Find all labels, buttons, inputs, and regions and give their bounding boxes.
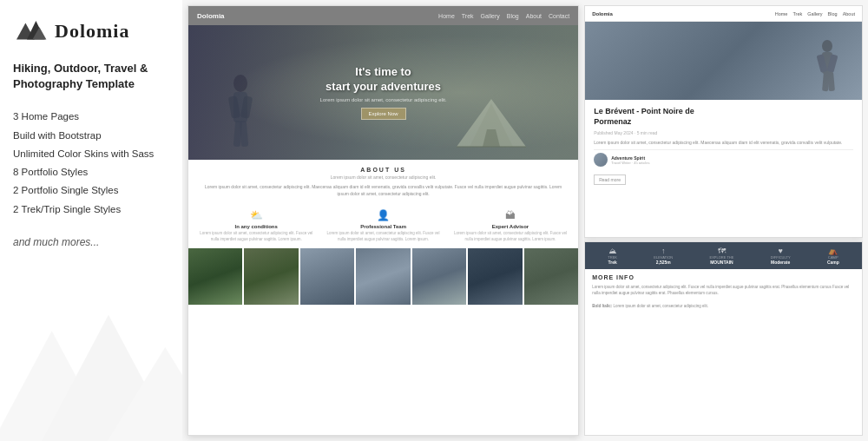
trek-stat-value-4: Camp	[827, 260, 839, 265]
trek-stats-bar: ⛰ TREK Trek ↑ ELEVATION 2,525m 🗺 EXPLORE…	[585, 242, 862, 269]
and-more: and much mores...	[13, 236, 169, 248]
feature-title-0: In any conditions	[197, 224, 315, 229]
nav-link-contact[interactable]: Contact	[549, 13, 569, 19]
list-item: 2 Portfolio Single Styles	[13, 181, 169, 200]
feature-desc-2: Lorem ipsum dolor sit amet, consectetur …	[451, 231, 569, 243]
list-item: 8 Portfolio Styles	[13, 163, 169, 181]
feature-icon-2: 🏔	[451, 209, 569, 221]
feature-icon-0: ⛅	[197, 209, 315, 221]
article-title: Le Brévent - Point Noire de Pormenaz	[594, 107, 853, 127]
read-more-button[interactable]: Read more	[594, 174, 626, 185]
more-info-title: MORE INFO	[592, 274, 855, 280]
author-meta: Travel Writer · 45 articles	[611, 161, 649, 165]
nav-link-trek[interactable]: Trek	[462, 13, 474, 19]
gallery-thumb-2[interactable]	[300, 248, 354, 305]
nav-link-blog[interactable]: Blog	[507, 13, 519, 19]
side-nav-home[interactable]: Home	[775, 11, 788, 16]
article-meta: Published May 2024 · 5 min read	[594, 130, 853, 135]
preview-nav: Dolomia Home Trek Gallery Blog About Con…	[188, 6, 578, 25]
feature-title-2: Expert Advisor	[451, 224, 569, 229]
side-nav-blog[interactable]: Blog	[828, 11, 838, 16]
author-name: Adventure Spirit	[611, 155, 649, 161]
tagline-text: Hiking, Outdoor, Travel & Photography Te…	[13, 62, 148, 90]
features-list: 3 Home Pages Build with Bootstrap Unlimi…	[13, 108, 169, 219]
list-item: 2 Trek/Trip Single Styles	[13, 201, 169, 219]
svg-marker-0	[0, 331, 116, 441]
side-nav-trek[interactable]: Trek	[792, 11, 802, 16]
feature-card-1: 👤 Professional Team Lorem ipsum dolor si…	[324, 209, 442, 243]
more-info-text: Lorem ipsum dolor sit amet, consectetur …	[592, 284, 855, 309]
more-info-body: Lorem ipsum dolor sit amet, consectetur …	[592, 285, 849, 295]
trek-stat-3: ♥ DIFFICULTY Moderate	[771, 247, 791, 265]
gallery-thumb-0[interactable]	[188, 248, 242, 305]
about-section: ABOUT US Lorem ipsum dolor sit amet, con…	[188, 160, 578, 204]
tent-silhouette	[457, 99, 526, 151]
svg-rect-12	[240, 121, 249, 148]
svg-point-7	[233, 75, 247, 92]
preview-nav-logo: Dolomia	[197, 12, 225, 20]
side-nav-logo: Dolomia	[592, 11, 613, 16]
gallery-thumb-3[interactable]	[356, 248, 410, 305]
feature-icon-1: 👤	[324, 209, 442, 221]
side-nav-links: Home Trek Gallery Blog About	[775, 11, 855, 16]
hero-subtitle: Lorem ipsum dolor sit amet, consectetur …	[320, 97, 447, 102]
left-content: Dolomia Hiking, Outdoor, Travel & Photog…	[13, 17, 169, 248]
trek-icon-2: 🗺	[709, 247, 733, 255]
left-panel: Dolomia Hiking, Outdoor, Travel & Photog…	[0, 0, 182, 441]
right-area: Dolomia Home Trek Gallery Blog About Con…	[182, 0, 868, 441]
trek-icon-3: ♥	[771, 247, 791, 255]
gallery-strip	[188, 248, 578, 305]
logo-area: Dolomia	[13, 17, 169, 45]
about-title: ABOUT US	[201, 167, 565, 173]
svg-rect-22	[827, 72, 835, 92]
feature-card-0: ⛅ In any conditions Lorem ipsum dolor si…	[197, 209, 315, 243]
trek-stat-value-2: MOUNTAIN	[709, 260, 733, 265]
side-nav-about[interactable]: About	[843, 11, 855, 16]
brand-name: Dolomia	[55, 20, 129, 43]
about-text: Lorem ipsum dolor sit amet, consectetur …	[201, 183, 565, 197]
side-preview: Dolomia Home Trek Gallery Blog About	[584, 5, 863, 436]
svg-point-17	[822, 40, 832, 52]
hiker-silhouette	[810, 39, 845, 100]
feature-card-2: 🏔 Expert Advisor Lorem ipsum dolor sit a…	[451, 209, 569, 243]
mountain-logo-svg	[13, 17, 48, 42]
trek-stat-1: ↑ ELEVATION 2,525m	[654, 247, 673, 265]
main-preview: Dolomia Home Trek Gallery Blog About Con…	[187, 5, 579, 436]
trek-stat-value-3: Moderate	[771, 260, 791, 265]
features-section: ⛅ In any conditions Lorem ipsum dolor si…	[188, 204, 578, 248]
author-block: Adventure Spirit Travel Writer · 45 arti…	[594, 149, 853, 169]
preview-nav-links: Home Trek Gallery Blog About Contact	[438, 13, 569, 19]
gallery-thumb-1[interactable]	[244, 248, 298, 305]
gallery-thumb-5[interactable]	[468, 248, 522, 305]
more-info-bold-text: Lorem ipsum dolor sit amet, consectetur …	[613, 304, 708, 308]
svg-marker-1	[36, 315, 181, 441]
gallery-thumb-4[interactable]	[412, 248, 466, 305]
more-info-section: MORE INFO Lorem ipsum dolor sit amet, co…	[585, 269, 862, 314]
feature-desc-0: Lorem ipsum dolor sit amet, consectetur …	[197, 231, 315, 243]
side-preview-bottom: ⛰ TREK Trek ↑ ELEVATION 2,525m 🗺 EXPLORE…	[584, 241, 863, 436]
hero-button[interactable]: Explore Now	[361, 108, 406, 120]
logo-icon	[13, 17, 48, 45]
list-item: Unlimited Color Skins with Sass	[13, 145, 169, 163]
trek-icon-0: ⛰	[608, 247, 617, 255]
about-subtitle: Lorem ipsum dolor sit amet, consectetur …	[201, 174, 565, 180]
side-nav: Dolomia Home Trek Gallery Blog About	[585, 6, 862, 22]
gallery-thumb-6[interactable]	[524, 248, 578, 305]
author-info: Adventure Spirit Travel Writer · 45 arti…	[611, 155, 649, 165]
nav-link-home[interactable]: Home	[438, 13, 455, 19]
person-silhouette	[214, 73, 266, 160]
bg-mountain-watermark	[0, 285, 182, 441]
side-preview-top: Dolomia Home Trek Gallery Blog About	[584, 5, 863, 238]
trek-stat-2: 🗺 EXPLORE THE MOUNTAIN	[709, 247, 733, 265]
trek-stat-value-1: 2,525m	[654, 260, 673, 265]
article-title-text: Le Brévent - Point Noire de Pormenaz	[594, 107, 694, 126]
trek-stat-4: ⛺ CAMP Camp	[827, 247, 839, 265]
nav-link-gallery[interactable]: Gallery	[481, 13, 500, 19]
more-info-bold-label: Bold Italic:	[592, 304, 612, 308]
side-nav-gallery[interactable]: Gallery	[807, 11, 822, 16]
nav-link-about[interactable]: About	[526, 13, 542, 19]
trek-stat-value-0: Trek	[608, 260, 617, 265]
trek-stat-0: ⛰ TREK Trek	[608, 247, 617, 265]
list-item: 3 Home Pages	[13, 108, 169, 126]
feature-desc-1: Lorem ipsum dolor sit amet, consectetur …	[324, 231, 442, 243]
